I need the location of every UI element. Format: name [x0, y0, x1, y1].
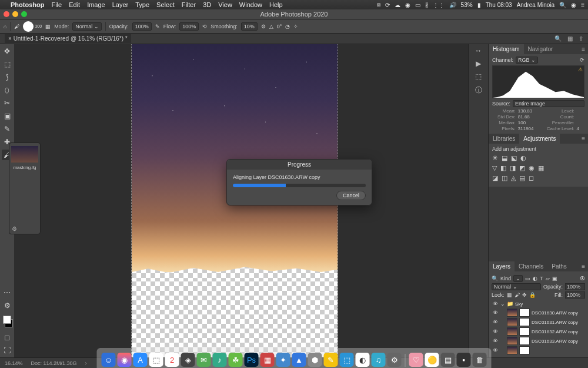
adj-hue-icon[interactable]: ◧ — [500, 164, 506, 172]
histogram-menu-icon[interactable]: ≡ — [579, 44, 588, 54]
lock-all-icon[interactable]: 🔒 — [529, 292, 536, 298]
tab-navigator[interactable]: Navigator — [524, 44, 557, 54]
floating-panel[interactable]: masking-fg ⚙ — [9, 142, 41, 234]
menu-layer[interactable]: Layer — [112, 1, 129, 8]
dock-calendar[interactable]: 2 — [165, 353, 179, 367]
menu-view[interactable]: View — [218, 1, 232, 8]
dock-chrome[interactable]: 🟡 — [425, 353, 439, 367]
dock-photoshop[interactable]: Ps — [245, 353, 259, 367]
document-tab[interactable]: × Untitled-1-Recovered @ 16.1% (RGB/16*)… — [5, 34, 131, 43]
battery-pct[interactable]: 53% — [461, 2, 473, 8]
adj-selective-icon[interactable]: ◻ — [529, 174, 534, 182]
spotlight-icon[interactable]: 🔍 — [559, 2, 566, 8]
maximize-button[interactable] — [21, 11, 27, 17]
menu-filter[interactable]: Filter — [182, 1, 196, 8]
flow-input[interactable]: 100% — [179, 22, 199, 31]
tab-channels[interactable]: Channels — [514, 261, 547, 271]
menu-edit[interactable]: Edit — [69, 1, 80, 8]
dock-app-12[interactable]: ♡ — [409, 353, 423, 367]
adj-photo-filter-icon[interactable]: ◉ — [529, 164, 534, 172]
app-name[interactable]: Photoshop — [11, 1, 44, 8]
adj-mixer-icon[interactable]: ▦ — [538, 164, 544, 172]
cancel-button[interactable]: Cancel — [336, 191, 366, 200]
workspaces-icon[interactable]: ▦ — [567, 35, 573, 42]
dock-app-13[interactable]: ▤ — [441, 353, 455, 367]
edit-toolbar[interactable]: ⚙ — [2, 300, 12, 311]
menu-file[interactable]: File — [51, 1, 62, 8]
smoothing-gear-icon[interactable]: ⚙ — [261, 24, 266, 29]
wifi-icon[interactable]: ⋮⋮ — [433, 2, 445, 8]
color-swatches[interactable] — [1, 316, 13, 327]
visibility-toggle[interactable]: 👁 — [492, 310, 499, 316]
angle-value[interactable]: 0° — [277, 24, 282, 29]
mode-select[interactable]: Normal ⌄ — [72, 22, 102, 31]
dock-app-5[interactable]: ☘ — [229, 353, 243, 367]
menu-image[interactable]: Image — [87, 1, 105, 8]
filter-kind[interactable]: ⌄ — [513, 275, 523, 282]
adj-curves-icon[interactable]: ⬕ — [511, 154, 517, 162]
dock-app-7[interactable]: ▲ — [292, 353, 306, 367]
blend-mode-select[interactable]: Normal ⌄ — [492, 283, 541, 290]
layer-group[interactable]: 👁 ⌄📁 Sky — [492, 300, 585, 308]
filter-shape-icon[interactable]: ▱ — [546, 276, 550, 281]
tab-libraries[interactable]: Libraries — [489, 134, 519, 144]
dock-app-8[interactable]: ⬢ — [308, 353, 322, 367]
tab-adjustments[interactable]: Adjustments — [519, 134, 560, 144]
dock-app-3[interactable]: ✉ — [197, 353, 211, 367]
airbrush-icon[interactable]: ⟲ — [202, 24, 207, 29]
fill-input[interactable] — [565, 291, 585, 299]
brush-preview[interactable] — [23, 21, 34, 32]
dropbox-icon[interactable]: ⧈ — [377, 1, 380, 8]
eyedropper-tool[interactable]: ✎ — [2, 124, 12, 134]
adj-brightness-icon[interactable]: ☀ — [492, 154, 498, 162]
adj-gradient-icon[interactable]: ▤ — [519, 174, 525, 182]
display-icon[interactable]: ▭ — [415, 2, 420, 8]
screenmode-toggle[interactable]: ⛶ — [2, 345, 12, 356]
filter-toggle[interactable]: ⦿ — [580, 276, 585, 281]
crop-tool[interactable]: ✂ — [2, 98, 12, 108]
doc-size[interactable]: Doc: 114.2M/1.30G — [31, 360, 77, 366]
menu-type[interactable]: Type — [135, 1, 149, 8]
user-name[interactable]: Andrea Minoia — [517, 2, 554, 8]
zoom-level[interactable]: 16.14% — [5, 360, 23, 366]
panel-icon-2[interactable]: ▶ — [476, 59, 481, 68]
battery-icon[interactable]: ▮ — [477, 2, 481, 8]
dock-appstore[interactable]: A — [133, 353, 148, 367]
cloud-icon[interactable]: ☁ — [395, 2, 400, 8]
cache-warning-icon[interactable]: ⚠ — [578, 67, 583, 72]
visibility-toggle[interactable]: 👁 — [492, 347, 499, 353]
marquee-tool[interactable]: ⬚ — [2, 59, 12, 69]
dock-app-10[interactable]: ⬚ — [340, 353, 354, 367]
dock-app-14[interactable]: ▪ — [457, 353, 471, 367]
selection-tool[interactable]: ⬯ — [2, 85, 12, 95]
doc-chevron-icon[interactable]: › — [85, 360, 87, 366]
siri-icon[interactable]: ◉ — [571, 2, 576, 8]
home-icon[interactable]: ⌂ — [4, 24, 6, 29]
dock-app-9[interactable]: ✎ — [324, 353, 338, 367]
adj-bw-icon[interactable]: ◩ — [519, 164, 525, 172]
layers-menu-icon[interactable]: ≡ — [579, 261, 588, 271]
close-button[interactable] — [4, 11, 9, 17]
panel-icon-4[interactable]: ⓘ — [475, 85, 482, 95]
pressure-opacity-icon[interactable]: ✎ — [155, 24, 160, 29]
foreground-color[interactable] — [3, 316, 11, 324]
dock-app-4[interactable]: ♪ — [213, 353, 227, 367]
filter-smart-icon[interactable]: ▣ — [552, 276, 557, 281]
lock-pos-icon[interactable]: ✥ — [522, 292, 527, 298]
dock-trash[interactable]: 🗑 — [473, 353, 487, 367]
panel-gear-icon[interactable]: ⚙ — [12, 226, 17, 232]
filter-type-icon[interactable]: T — [540, 276, 543, 281]
adj-levels-icon[interactable]: ⬓ — [502, 154, 507, 162]
move-tool[interactable]: ✥ — [2, 46, 12, 57]
symmetry-icon[interactable]: ✧ — [293, 24, 298, 29]
dock-safari[interactable]: ✦ — [276, 353, 290, 367]
lock-trans-icon[interactable]: ▦ — [507, 292, 512, 298]
visibility-toggle[interactable]: 👁 — [492, 301, 499, 307]
dock-app-1[interactable]: ⬚ — [149, 353, 163, 367]
smoothing-input[interactable]: 10% — [241, 22, 258, 31]
menu-3d[interactable]: 3D — [203, 1, 211, 8]
dock-preferences[interactable]: ⚙ — [387, 353, 402, 367]
lasso-tool[interactable]: ⟆ — [2, 72, 12, 82]
dock-app-11[interactable]: ◐ — [356, 353, 370, 367]
adjustments-menu-icon[interactable]: ≡ — [579, 134, 588, 144]
